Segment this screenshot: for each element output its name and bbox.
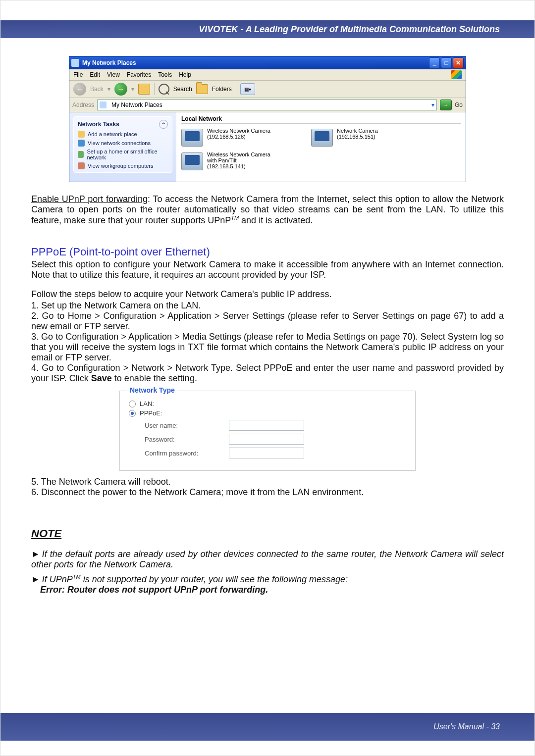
step-item: 4. Go to Configuration > Network > Netwo… bbox=[31, 363, 504, 384]
content-pane: Local Network Wireless Network Camera (1… bbox=[176, 112, 466, 182]
note-item: ►If the default ports are already used b… bbox=[31, 549, 504, 570]
step-item: 3. Go to Configuration > Application > M… bbox=[31, 332, 504, 363]
windows-flag-icon bbox=[451, 70, 462, 79]
input-username[interactable] bbox=[229, 420, 304, 431]
section-title-pppoe: PPPoE (Point-to-point over Ethernet) bbox=[31, 246, 504, 258]
note-item: ►If UPnPTM is not supported by your rout… bbox=[31, 574, 504, 595]
menu-help[interactable]: Help bbox=[179, 71, 191, 78]
collapse-icon[interactable]: ⌃ bbox=[159, 120, 168, 129]
form-legend: Network Type bbox=[127, 386, 178, 394]
window-title: My Network Places bbox=[82, 59, 429, 66]
task-add-place[interactable]: Add a network place bbox=[78, 131, 168, 138]
paragraph-pppoe-intro: Select this option to configure your Net… bbox=[31, 259, 504, 280]
steps-list-2: 5. The Network Camera will reboot. 6. Di… bbox=[31, 477, 504, 498]
note-list: ►If the default ports are already used b… bbox=[31, 549, 504, 595]
task-view-workgroup[interactable]: View workgroup computers bbox=[78, 162, 168, 169]
step-item: 1. Set up the Network Camera on the LAN. bbox=[31, 301, 504, 311]
menu-edit[interactable]: Edit bbox=[90, 71, 100, 78]
paragraph-upnp: Enable UPnP port forwarding: To access t… bbox=[31, 194, 504, 226]
menu-view[interactable]: View bbox=[107, 71, 120, 78]
footer-bar: User's Manual - 33 bbox=[0, 713, 535, 741]
radio-icon-selected bbox=[129, 410, 136, 417]
label-password: Password: bbox=[145, 436, 229, 443]
device-label: Network Camera (192.168.5.151) bbox=[337, 128, 406, 140]
footer-text: User's Manual - 33 bbox=[433, 722, 500, 731]
task-view-connections[interactable]: View network connections bbox=[78, 140, 168, 147]
folders-icon[interactable] bbox=[196, 84, 208, 94]
address-input[interactable]: My Network Places ▾ bbox=[97, 100, 437, 110]
step-item: 6. Disconnect the power to the Network C… bbox=[31, 487, 504, 498]
pane-title: Local Network bbox=[181, 115, 461, 124]
forward-button[interactable]: → bbox=[114, 83, 127, 96]
device-item[interactable]: Wireless Network Camera (192.168.5.128) bbox=[181, 128, 276, 147]
toolbar: ← Back ▾ → ▾ Search Folders ▦▾ bbox=[69, 81, 466, 98]
para-lead: Enable UPnP port forwarding bbox=[31, 194, 148, 204]
menu-bar: File Edit View Favorites Tools Help bbox=[69, 69, 466, 81]
note-heading: NOTE bbox=[31, 527, 504, 540]
camera-icon bbox=[311, 129, 333, 147]
steps-list: 1. Set up the Network Camera on the LAN.… bbox=[31, 301, 504, 384]
device-label: Wireless Network Camera with Pan/Tilt (1… bbox=[207, 151, 276, 169]
label-username: User name: bbox=[145, 422, 229, 429]
close-button[interactable]: ✕ bbox=[453, 57, 464, 68]
radio-pppoe[interactable]: PPPoE: bbox=[129, 409, 406, 417]
menu-tools[interactable]: Tools bbox=[158, 71, 172, 78]
label-confirm: Confirm password: bbox=[145, 450, 229, 457]
views-button[interactable]: ▦▾ bbox=[240, 83, 255, 95]
up-folder-icon[interactable] bbox=[138, 84, 150, 95]
search-label[interactable]: Search bbox=[173, 86, 192, 93]
device-item[interactable]: Network Camera (192.168.5.151) bbox=[311, 128, 406, 147]
menu-favorites[interactable]: Favorites bbox=[127, 71, 151, 78]
step-item: 5. The Network Camera will reboot. bbox=[31, 477, 504, 487]
folders-label[interactable]: Folders bbox=[212, 86, 232, 93]
task-setup-network[interactable]: Set up a home or small office network bbox=[78, 149, 168, 160]
network-places-icon bbox=[71, 59, 79, 67]
paragraph-follow: Follow the steps below to acquire your N… bbox=[31, 289, 504, 300]
address-value: My Network Places bbox=[111, 101, 162, 108]
go-label[interactable]: Go bbox=[455, 101, 463, 108]
input-confirm-password[interactable] bbox=[229, 448, 304, 458]
radio-icon bbox=[129, 401, 136, 407]
back-button[interactable]: ← bbox=[73, 83, 86, 96]
step-item: 2. Go to Home > Configuration > Applicat… bbox=[31, 311, 504, 332]
camera-icon bbox=[181, 152, 203, 170]
search-icon[interactable] bbox=[159, 84, 169, 95]
header-banner: VIVOTEK - A Leading Provider of Multimed… bbox=[0, 20, 535, 38]
menu-file[interactable]: File bbox=[73, 71, 83, 78]
go-button[interactable]: → bbox=[440, 100, 452, 110]
tasks-title: Network Tasks bbox=[78, 121, 119, 128]
back-label: Back bbox=[90, 86, 104, 93]
minimize-button[interactable]: _ bbox=[429, 57, 440, 68]
address-label: Address bbox=[72, 101, 94, 108]
tasks-pane: Network Tasks ⌃ Add a network place View… bbox=[69, 112, 176, 182]
camera-icon bbox=[181, 129, 203, 147]
input-password[interactable] bbox=[229, 434, 304, 445]
explorer-window: My Network Places _ □ ✕ File Edit View F… bbox=[69, 56, 466, 182]
device-label: Wireless Network Camera (192.168.5.128) bbox=[207, 128, 276, 140]
network-type-form: Network Type LAN: PPPoE: User name: Pass… bbox=[119, 391, 416, 471]
banner-text: VIVOTEK - A Leading Provider of Multimed… bbox=[199, 24, 500, 35]
note-error: Error: Router does not support UPnP port… bbox=[40, 585, 268, 595]
device-item[interactable]: Wireless Network Camera with Pan/Tilt (1… bbox=[181, 151, 276, 170]
window-titlebar: My Network Places _ □ ✕ bbox=[69, 56, 466, 69]
address-bar: Address My Network Places ▾ → Go bbox=[69, 98, 466, 112]
radio-lan[interactable]: LAN: bbox=[129, 400, 406, 407]
maximize-button[interactable]: □ bbox=[441, 57, 452, 68]
